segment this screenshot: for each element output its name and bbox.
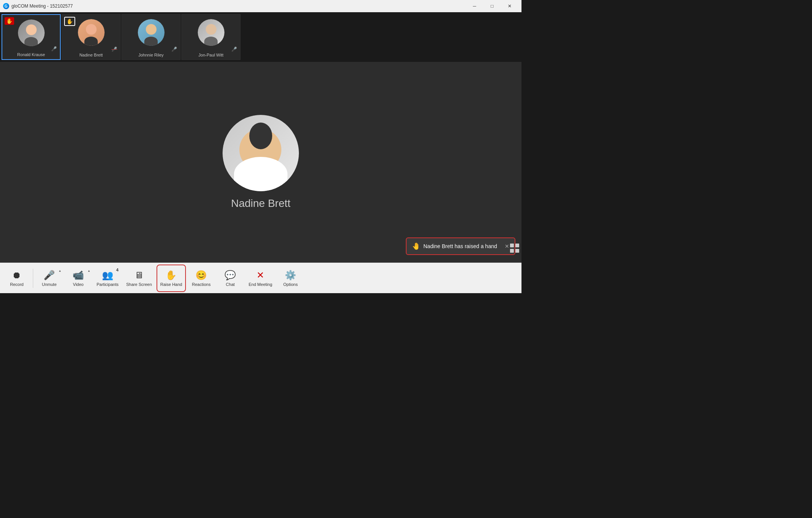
- participants-icon: 👥: [102, 270, 113, 281]
- window-title: gloCOM Meeting - 152102577: [11, 3, 73, 9]
- mic-icon-jonpaul: 🎤: [231, 47, 237, 52]
- share-screen-button[interactable]: 🖥 Share Screen: [123, 265, 155, 292]
- grid-view-button[interactable]: [509, 243, 520, 255]
- mic-icon-ronald: 🎤: [51, 46, 57, 52]
- reactions-label: Reactions: [192, 282, 211, 287]
- raised-hand-icon: 🤚: [412, 242, 420, 250]
- svg-rect-0: [510, 244, 514, 247]
- record-button[interactable]: ⏺ Record: [3, 265, 31, 292]
- share-screen-icon: 🖥: [134, 270, 144, 281]
- unmute-label: Unmute: [42, 282, 57, 287]
- end-meeting-icon: ✕: [257, 270, 264, 281]
- maximize-button[interactable]: □: [483, 0, 501, 12]
- chat-icon: 💬: [224, 270, 236, 281]
- raise-hand-label: Raise Hand: [160, 282, 182, 287]
- notification-close-button[interactable]: ✕: [505, 243, 509, 249]
- toolbar: ⏺ Record 🎤 ▲ Unmute 📹 ▲ Video 4 👥 Partic…: [0, 263, 521, 293]
- video-chevron: ▲: [87, 269, 90, 273]
- participants-count: 4: [116, 268, 118, 272]
- main-avatar: [223, 115, 299, 191]
- main-speaker: Nadine Brett: [223, 115, 299, 210]
- participant-name-ronald: Ronald Krause: [17, 52, 45, 57]
- participant-thumb-jonpaul[interactable]: Jon-Paul Witt 🎤: [181, 14, 241, 60]
- reactions-icon: 😊: [195, 270, 207, 281]
- avatar-ronald: [18, 19, 45, 46]
- options-button[interactable]: ⚙️ Options: [277, 265, 304, 292]
- share-screen-label: Share Screen: [126, 282, 152, 287]
- separator-1: [33, 269, 33, 288]
- main-video-area: Nadine Brett 🤚 Nadine Brett has raised a…: [0, 62, 521, 263]
- raise-hand-button[interactable]: ✋ Raise Hand: [157, 265, 186, 292]
- app-icon: G: [3, 3, 9, 9]
- unmute-button[interactable]: 🎤 ▲ Unmute: [36, 265, 63, 292]
- mic-icon-johnnie: 🎤: [171, 47, 177, 52]
- participants-button[interactable]: 4 👥 Participants: [94, 265, 121, 292]
- participant-thumb-nadine[interactable]: ✋ Nadine Brett 🎤: [61, 14, 121, 60]
- options-icon: ⚙️: [285, 270, 296, 281]
- participant-name-nadine: Nadine Brett: [79, 53, 103, 57]
- svg-rect-1: [515, 244, 519, 247]
- video-icon: 📹: [73, 270, 84, 281]
- unmute-chevron: ▲: [58, 269, 61, 273]
- record-label: Record: [10, 282, 23, 287]
- raised-hand-indicator-nadine: ✋: [64, 17, 75, 26]
- minimize-button[interactable]: ─: [466, 0, 483, 12]
- raised-hand-notification: 🤚 Nadine Brett has raised a hand ✕: [406, 237, 515, 255]
- svg-rect-2: [510, 249, 514, 253]
- title-bar: G gloCOM Meeting - 152102577 ─ □ ✕: [0, 0, 521, 12]
- svg-rect-3: [515, 249, 519, 253]
- unmute-icon: 🎤: [44, 270, 55, 281]
- title-bar-controls: ─ □ ✕: [466, 0, 518, 12]
- participants-strip: ✋ Ronald Krause 🎤 ✋ Nadine Brett 🎤: [0, 12, 521, 62]
- chat-button[interactable]: 💬 Chat: [216, 265, 244, 292]
- reactions-button[interactable]: 😊 Reactions: [187, 265, 215, 292]
- avatar-jonpaul: [198, 19, 224, 46]
- video-button[interactable]: 📹 ▲ Video: [65, 265, 92, 292]
- options-label: Options: [283, 282, 298, 287]
- record-icon: ⏺: [12, 270, 21, 281]
- participant-name-johnnie: Johnnie Riley: [138, 53, 163, 57]
- avatar-johnnie: [138, 19, 165, 46]
- title-bar-left: G gloCOM Meeting - 152102577: [3, 3, 73, 9]
- participant-thumb-ronald[interactable]: ✋ Ronald Krause 🎤: [2, 14, 61, 60]
- end-meeting-button[interactable]: ✕ End Meeting: [245, 265, 275, 292]
- participants-label: Participants: [97, 282, 118, 287]
- end-meeting-label: End Meeting: [249, 282, 272, 287]
- chat-label: Chat: [226, 282, 235, 287]
- participant-name-jonpaul: Jon-Paul Witt: [199, 53, 223, 57]
- video-label: Video: [73, 282, 84, 287]
- main-speaker-name: Nadine Brett: [231, 197, 291, 210]
- avatar-nadine: [78, 19, 105, 46]
- participant-thumb-johnnie[interactable]: Johnnie Riley 🎤: [121, 14, 181, 60]
- mic-icon-nadine: 🎤: [111, 47, 117, 52]
- raised-hand-indicator-ronald: ✋: [5, 17, 14, 25]
- raise-hand-icon: ✋: [165, 270, 177, 281]
- raised-hand-text: Nadine Brett has raised a hand: [423, 243, 497, 249]
- close-button[interactable]: ✕: [501, 0, 518, 12]
